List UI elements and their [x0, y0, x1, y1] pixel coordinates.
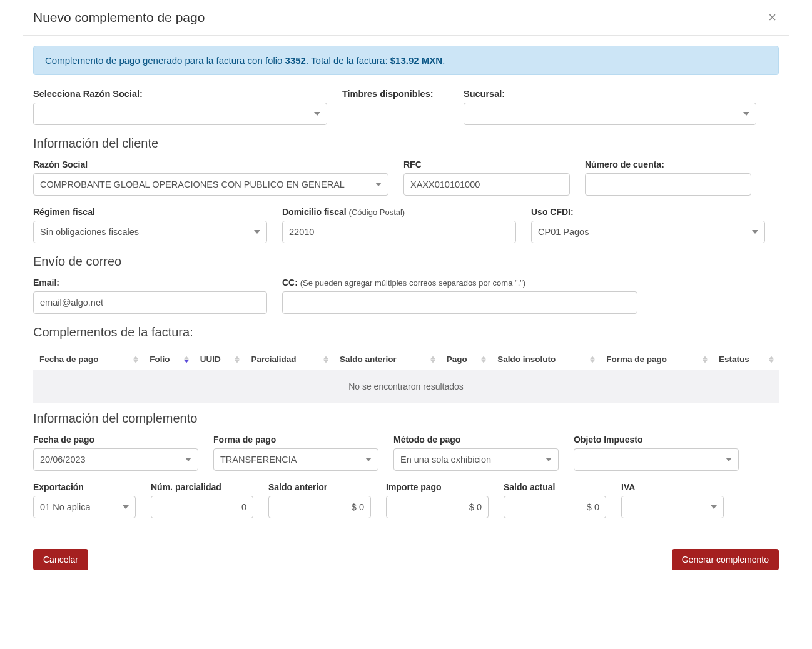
label-cc-hint: (Se pueden agregar múltiples correos sep… [300, 278, 525, 288]
table-complementos: Fecha de pagoFolioUUIDParcialidadSaldo a… [33, 348, 779, 403]
column-header-label: Fecha de pago [39, 355, 99, 364]
input-domicilio[interactable] [282, 221, 516, 243]
input-num-parcialidad[interactable] [151, 496, 253, 518]
alert-suffix: . [442, 55, 445, 66]
heading-correo: Envío de correo [33, 254, 779, 269]
sort-icon[interactable] [430, 356, 435, 363]
input-rfc[interactable] [403, 173, 570, 196]
select-razon-social[interactable]: COMPROBANTE GLOBAL OPERACIONES CON PUBLI… [33, 173, 388, 196]
label-domicilio: Domicilio fiscal (Código Postal) [282, 207, 516, 217]
column-header[interactable]: Saldo anterior [333, 348, 440, 370]
input-saldo-actual[interactable] [504, 496, 606, 518]
modal-body: Complemento de pago generado para la fac… [23, 36, 789, 540]
select-forma-pago[interactable]: TRANSFERENCIA [213, 448, 378, 471]
column-header[interactable]: Fecha de pago [33, 348, 143, 370]
alert-folio: 3352 [285, 55, 306, 66]
modal-payment-complement: Nuevo complemento de pago × Complemento … [23, 0, 789, 580]
column-header[interactable]: Folio [143, 348, 193, 370]
label-regimen: Régimen fiscal [33, 207, 267, 217]
divider [33, 530, 779, 530]
label-rfc: RFC [403, 159, 570, 169]
sort-icon[interactable] [769, 356, 774, 363]
input-saldo-anterior[interactable] [268, 496, 371, 518]
label-timbres: Timbres disponibles: [342, 89, 449, 99]
heading-tabla: Complementos de la factura: [33, 325, 779, 340]
alert-middle: . Total de la factura: [306, 55, 390, 66]
column-header-label: Saldo insoluto [497, 355, 556, 364]
table-empty: No se encontraron resultados [33, 370, 779, 403]
column-header[interactable]: Forma de pago [600, 348, 713, 370]
column-header[interactable]: UUID [194, 348, 245, 370]
select-razon-social-top[interactable] [33, 103, 327, 125]
alert-total: $13.92 MXN [390, 55, 442, 66]
select-sucursal[interactable] [464, 103, 756, 125]
sort-icon[interactable] [590, 356, 595, 363]
heading-complemento: Información del complemento [33, 411, 779, 426]
sort-icon[interactable] [323, 356, 328, 363]
column-header[interactable]: Pago [440, 348, 492, 370]
alert-info: Complemento de pago generado para la fac… [33, 46, 779, 75]
input-cc[interactable] [282, 291, 637, 314]
column-header-label: Saldo anterior [340, 355, 397, 364]
column-header[interactable]: Saldo insoluto [491, 348, 600, 370]
heading-cliente: Información del cliente [33, 136, 779, 151]
label-cc-text: CC: [282, 278, 298, 288]
label-sucursal: Sucursal: [464, 89, 756, 99]
label-objeto-impuesto: Objeto Impuesto [574, 435, 739, 445]
label-cc: CC: (Se pueden agregar múltiples correos… [282, 278, 637, 288]
column-header-label: Folio [150, 355, 170, 364]
column-header-label: Parcialidad [251, 355, 296, 364]
label-metodo-pago: Método de pago [393, 435, 559, 445]
close-icon[interactable]: × [766, 11, 779, 24]
label-domicilio-hint: (Código Postal) [349, 208, 405, 217]
label-razon-social: Razón Social [33, 159, 388, 169]
sort-icon[interactable] [235, 356, 240, 363]
column-header[interactable]: Estatus [713, 348, 779, 370]
label-num-cuenta: Número de cuenta: [585, 159, 751, 169]
column-header-label: UUID [200, 355, 221, 364]
sort-icon[interactable] [133, 356, 138, 363]
cancel-button[interactable]: Cancelar [33, 549, 88, 570]
column-header-label: Estatus [719, 355, 749, 364]
sort-icon[interactable] [184, 356, 189, 363]
modal-footer: Cancelar Generar complemento [23, 540, 789, 580]
input-importe-pago[interactable] [386, 496, 489, 518]
select-fecha-pago[interactable]: 20/06/2023 [33, 448, 198, 471]
select-iva[interactable] [621, 496, 724, 518]
generate-button[interactable]: Generar complemento [672, 549, 779, 570]
label-domicilio-text: Domicilio fiscal [282, 207, 347, 217]
input-num-cuenta[interactable] [585, 173, 751, 196]
label-razon-social-top: Selecciona Razón Social: [33, 89, 327, 99]
modal-header: Nuevo complemento de pago × [23, 0, 789, 36]
label-saldo-actual: Saldo actual [504, 482, 606, 492]
label-forma-pago: Forma de pago [213, 435, 378, 445]
alert-prefix: Complemento de pago generado para la fac… [45, 55, 285, 66]
select-objeto-impuesto[interactable] [574, 448, 739, 471]
select-regimen[interactable]: Sin obligaciones fiscales [33, 221, 267, 243]
label-fecha-pago: Fecha de pago [33, 435, 198, 445]
column-header[interactable]: Parcialidad [245, 348, 333, 370]
label-saldo-anterior: Saldo anterior [268, 482, 371, 492]
label-email: Email: [33, 278, 267, 288]
sort-icon[interactable] [703, 356, 708, 363]
label-exportacion: Exportación [33, 482, 136, 492]
modal-title: Nuevo complemento de pago [33, 10, 205, 25]
column-header-label: Pago [447, 355, 467, 364]
label-uso-cfdi: Uso CFDI: [531, 207, 765, 217]
select-metodo-pago[interactable]: En una sola exhibicion [393, 448, 559, 471]
label-importe-pago: Importe pago [386, 482, 489, 492]
select-uso-cfdi[interactable]: CP01 Pagos [531, 221, 765, 243]
sort-icon[interactable] [481, 356, 486, 363]
label-num-parcialidad: Núm. parcialidad [151, 482, 253, 492]
label-iva: IVA [621, 482, 724, 492]
input-email[interactable] [33, 291, 267, 314]
column-header-label: Forma de pago [606, 355, 667, 364]
select-exportacion[interactable]: 01 No aplica [33, 496, 136, 518]
